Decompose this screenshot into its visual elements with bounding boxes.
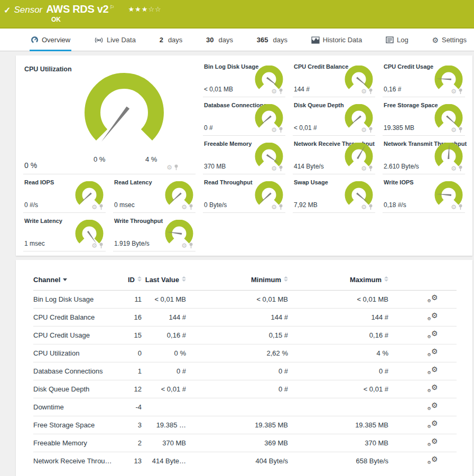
gauge-scale-max: 4 %	[145, 155, 157, 163]
column-header-minimum[interactable]: Minimum	[186, 274, 288, 291]
gear-icon: ⚙	[432, 36, 439, 44]
channel-settings-icon[interactable]: ⚙⚙	[427, 419, 438, 429]
gear-icon[interactable]: ⚙	[361, 165, 367, 172]
pin-icon[interactable]	[368, 165, 373, 172]
pin-icon[interactable]	[368, 127, 373, 133]
column-header-maximum[interactable]: Maximum	[288, 274, 388, 291]
gear-icon[interactable]: ⚙	[181, 242, 187, 249]
channel-minimum: 144 #	[186, 309, 288, 326]
channel-settings-icon[interactable]: ⚙⚙	[427, 366, 438, 375]
gauge-value: 0,16 #	[384, 86, 401, 93]
gear-icon[interactable]: ⚙	[451, 204, 457, 210]
channel-name[interactable]: Database Connections	[33, 362, 118, 380]
channel-settings-icon[interactable]: ⚙⚙	[427, 330, 438, 339]
gear-icon[interactable]: ⚙	[361, 88, 367, 95]
sort-icon	[284, 276, 288, 282]
gear-icon[interactable]: ⚙	[91, 242, 97, 249]
tab-365-days[interactable]: 365 days	[256, 36, 289, 51]
sort-desc-icon	[63, 278, 67, 281]
pin-icon[interactable]	[189, 242, 193, 249]
gauge-title: Write Throughput	[114, 218, 163, 224]
channel-last-value: 370 MB	[142, 434, 186, 452]
channel-minimum: 369 MB	[186, 434, 288, 452]
gauge-value: 2.610 Byte/s	[384, 163, 419, 170]
pin-icon[interactable]	[368, 88, 373, 95]
gear-icon[interactable]: ⚙	[91, 204, 97, 210]
pin-icon[interactable]	[174, 164, 179, 171]
pin-icon[interactable]	[458, 88, 463, 95]
channel-name[interactable]: Freeable Memory	[33, 434, 118, 452]
channel-last-value: 144 #	[142, 309, 186, 326]
tab-label: days	[273, 36, 287, 44]
channel-name[interactable]: Bin Log Disk Usage	[33, 291, 118, 309]
gear-icon[interactable]: ⚙	[451, 127, 457, 133]
tab-settings[interactable]: ⚙ Settings	[431, 36, 468, 51]
gauge-cell-read-latency: Read Latency 0 msec ⚙	[113, 174, 196, 213]
channel-id: 15	[118, 326, 142, 344]
gear-icon[interactable]: ⚙	[361, 204, 367, 210]
channel-minimum: 2,62 %	[186, 344, 288, 362]
gear-icon[interactable]: ⚙	[181, 204, 187, 210]
tab-2-days[interactable]: 2 days	[159, 36, 184, 51]
gauge-value: 1.919 Byte/s	[114, 240, 150, 247]
pin-icon[interactable]	[458, 165, 463, 172]
channel-maximum: 0 #	[288, 362, 388, 380]
table-header-row: Channel ID Last Value Minimum Maximum	[33, 274, 457, 291]
priority-stars[interactable]: ★★★☆☆	[128, 5, 161, 13]
channel-name[interactable]: Free Storage Space	[33, 416, 118, 434]
pin-icon[interactable]	[278, 165, 283, 172]
channel-name[interactable]: Network Receive Throu…	[33, 452, 118, 470]
gauge-value: 414 Byte/s	[294, 163, 324, 170]
channel-settings-icon[interactable]: ⚙⚙	[427, 312, 438, 321]
channel-name[interactable]: CPU Credit Balance	[33, 309, 118, 326]
gauge-title: Disk Queue Depth	[294, 102, 344, 108]
tab-overview[interactable]: Overview	[30, 36, 71, 51]
flag-icon[interactable]: ⚐	[109, 4, 114, 10]
column-header-id[interactable]: ID	[118, 274, 142, 291]
gauge-cell-bin-log-disk-usage: Bin Log Disk Usage < 0,01 MB ⚙	[203, 59, 285, 97]
pin-icon[interactable]	[458, 204, 463, 210]
gear-icon[interactable]: ⚙	[271, 88, 277, 95]
pin-icon[interactable]	[99, 242, 104, 249]
channel-settings-icon[interactable]: ⚙⚙	[427, 384, 438, 393]
pin-icon[interactable]	[278, 127, 283, 133]
tab-log[interactable]: Log	[385, 36, 410, 51]
gear-icon[interactable]: ⚙	[166, 164, 172, 171]
gauge-value: 1 msec	[24, 240, 45, 247]
gauge-value: < 0,01 MB	[204, 86, 233, 93]
pin-icon[interactable]	[458, 127, 463, 133]
channel-id: 1	[118, 362, 142, 380]
channel-name[interactable]: Disk Queue Depth	[33, 380, 118, 398]
column-header-last-value[interactable]: Last Value	[142, 274, 186, 291]
channel-settings-icon[interactable]: ⚙⚙	[427, 348, 438, 357]
gear-icon[interactable]: ⚙	[451, 88, 457, 95]
pin-icon[interactable]	[278, 88, 283, 95]
pin-icon[interactable]	[278, 204, 283, 210]
column-header-channel[interactable]: Channel	[33, 274, 118, 291]
channel-name[interactable]: CPU Credit Usage	[33, 326, 118, 344]
channel-settings-icon[interactable]: ⚙⚙	[427, 294, 438, 303]
tab-live-data[interactable]: Live Data	[93, 36, 137, 51]
gauge-value: 0 msec	[114, 201, 135, 209]
tab-label: Overview	[42, 36, 70, 44]
channel-minimum	[186, 398, 288, 416]
tab-historic-data[interactable]: Historic Data	[310, 36, 363, 51]
tab-30-days[interactable]: 30 days	[205, 36, 234, 51]
channel-name[interactable]: CPU Utilization	[33, 344, 118, 362]
channel-maximum: < 0,01 MB	[288, 291, 388, 309]
channel-settings-icon[interactable]: ⚙⚙	[427, 455, 438, 465]
gauge-cell-freeable-memory: Freeable Memory 370 MB ⚙	[203, 136, 285, 174]
pin-icon[interactable]	[368, 204, 373, 210]
gear-icon[interactable]: ⚙	[451, 165, 457, 172]
channel-last-value: 414 Byte…	[142, 452, 186, 470]
gear-icon[interactable]: ⚙	[361, 127, 367, 133]
channel-name[interactable]: Downtime	[33, 398, 118, 416]
gear-icon[interactable]: ⚙	[271, 165, 277, 172]
gear-icon[interactable]: ⚙	[271, 204, 277, 210]
pin-icon[interactable]	[99, 204, 104, 210]
channel-settings-icon[interactable]: ⚙⚙	[427, 402, 438, 411]
channel-settings-icon[interactable]: ⚙⚙	[427, 437, 438, 447]
pin-icon[interactable]	[189, 204, 193, 210]
gear-icon[interactable]: ⚙	[271, 127, 277, 133]
channel-last-value: 0,16 #	[142, 326, 186, 344]
